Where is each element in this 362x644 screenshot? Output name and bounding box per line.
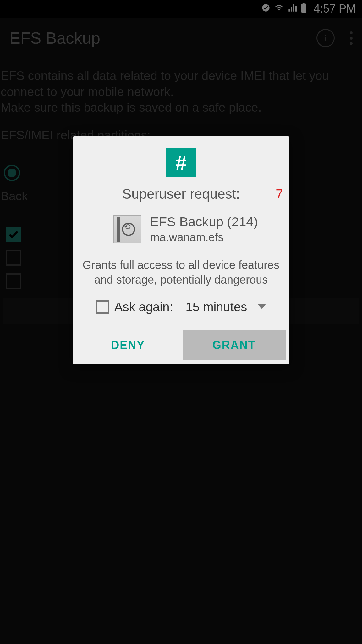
app-icon [113,215,141,243]
warning-text: Grants full access to all device feature… [73,258,289,287]
app-info-text: EFS Backup (214) ma.wanam.efs [150,214,258,244]
dialog-title: Superuser request: [122,186,240,202]
deny-button[interactable]: DENY [77,330,180,360]
countdown-timer: 7 [276,186,283,202]
app-info-name: EFS Backup (214) [150,214,258,230]
dialog-overlay: # Superuser request: 7 EFS Backup (214) … [0,0,362,644]
requesting-app-info: EFS Backup (214) ma.wanam.efs [73,214,289,244]
grant-button[interactable]: GRANT [183,330,286,360]
superuser-dialog: # Superuser request: 7 EFS Backup (214) … [73,136,289,364]
chevron-down-icon[interactable] [258,304,266,310]
ask-again-select-value[interactable]: 15 minutes [186,300,247,314]
ask-again-row: Ask again: 15 minutes [73,300,289,314]
superuser-icon: # [166,148,196,177]
ask-again-label: Ask again: [114,300,173,314]
app-info-package: ma.wanam.efs [150,231,258,244]
dialog-buttons: DENY GRANT [73,330,289,360]
dialog-icon-wrap: # [73,136,289,177]
dialog-title-row: Superuser request: 7 [73,186,289,202]
ask-again-checkbox[interactable] [96,300,109,314]
